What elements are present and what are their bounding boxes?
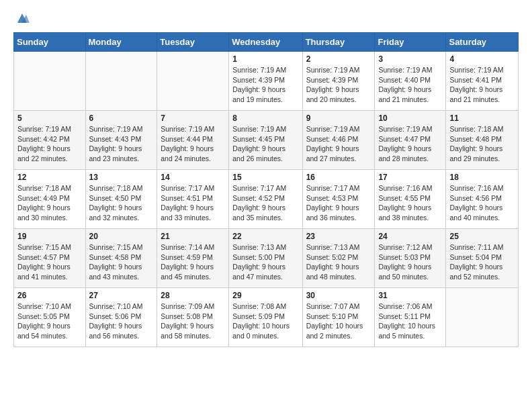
calendar-cell xyxy=(14,52,86,111)
logo-icon xyxy=(15,11,30,26)
day-info: Sunrise: 7:19 AM Sunset: 4:44 PM Dayligh… xyxy=(161,124,225,164)
weekday-header-saturday: Saturday xyxy=(446,33,519,52)
day-info: Sunrise: 7:18 AM Sunset: 4:48 PM Dayligh… xyxy=(449,124,515,164)
calendar-cell: 17Sunrise: 7:16 AM Sunset: 4:55 PM Dayli… xyxy=(375,170,446,229)
day-number: 8 xyxy=(232,113,298,123)
day-info: Sunrise: 7:19 AM Sunset: 4:39 PM Dayligh… xyxy=(306,65,371,105)
day-number: 6 xyxy=(89,113,154,123)
calendar-cell xyxy=(157,52,229,111)
day-number: 11 xyxy=(449,113,515,123)
day-info: Sunrise: 7:06 AM Sunset: 5:11 PM Dayligh… xyxy=(378,302,442,341)
day-info: Sunrise: 7:11 AM Sunset: 5:04 PM Dayligh… xyxy=(449,242,515,282)
calendar-cell: 14Sunrise: 7:17 AM Sunset: 4:51 PM Dayli… xyxy=(157,170,229,229)
day-info: Sunrise: 7:08 AM Sunset: 5:09 PM Dayligh… xyxy=(232,302,298,341)
calendar-week-row: 5Sunrise: 7:19 AM Sunset: 4:42 PM Daylig… xyxy=(14,111,519,170)
day-info: Sunrise: 7:17 AM Sunset: 4:53 PM Dayligh… xyxy=(306,183,371,223)
day-info: Sunrise: 7:19 AM Sunset: 4:40 PM Dayligh… xyxy=(378,65,442,105)
day-number: 23 xyxy=(306,232,371,241)
calendar-cell: 10Sunrise: 7:19 AM Sunset: 4:47 PM Dayli… xyxy=(375,111,446,170)
calendar-cell: 6Sunrise: 7:19 AM Sunset: 4:43 PM Daylig… xyxy=(85,111,157,170)
day-number: 2 xyxy=(306,54,371,64)
day-info: Sunrise: 7:10 AM Sunset: 5:06 PM Dayligh… xyxy=(89,302,154,341)
calendar-cell: 3Sunrise: 7:19 AM Sunset: 4:40 PM Daylig… xyxy=(375,52,446,111)
calendar-cell xyxy=(85,52,157,111)
weekday-header-wednesday: Wednesday xyxy=(229,33,302,52)
day-info: Sunrise: 7:15 AM Sunset: 4:58 PM Dayligh… xyxy=(89,242,154,282)
day-info: Sunrise: 7:16 AM Sunset: 4:55 PM Dayligh… xyxy=(378,183,442,223)
calendar-cell: 11Sunrise: 7:18 AM Sunset: 4:48 PM Dayli… xyxy=(446,111,519,170)
day-info: Sunrise: 7:12 AM Sunset: 5:03 PM Dayligh… xyxy=(378,242,442,282)
day-number: 25 xyxy=(449,232,515,241)
calendar-week-row: 26Sunrise: 7:10 AM Sunset: 5:05 PM Dayli… xyxy=(14,288,519,347)
day-info: Sunrise: 7:18 AM Sunset: 4:49 PM Dayligh… xyxy=(17,183,82,223)
day-info: Sunrise: 7:13 AM Sunset: 5:00 PM Dayligh… xyxy=(232,242,298,282)
day-number: 12 xyxy=(17,173,82,182)
calendar-cell: 15Sunrise: 7:17 AM Sunset: 4:52 PM Dayli… xyxy=(229,170,302,229)
day-number: 13 xyxy=(89,173,154,182)
calendar-cell: 13Sunrise: 7:18 AM Sunset: 4:50 PM Dayli… xyxy=(85,170,157,229)
day-number: 22 xyxy=(232,232,298,241)
calendar-cell: 28Sunrise: 7:09 AM Sunset: 5:08 PM Dayli… xyxy=(157,288,229,347)
day-info: Sunrise: 7:17 AM Sunset: 4:51 PM Dayligh… xyxy=(161,183,225,223)
day-info: Sunrise: 7:09 AM Sunset: 5:08 PM Dayligh… xyxy=(161,302,225,341)
calendar-cell: 12Sunrise: 7:18 AM Sunset: 4:49 PM Dayli… xyxy=(14,170,86,229)
calendar-cell: 1Sunrise: 7:19 AM Sunset: 4:39 PM Daylig… xyxy=(229,52,302,111)
day-info: Sunrise: 7:10 AM Sunset: 5:05 PM Dayligh… xyxy=(17,302,82,341)
day-info: Sunrise: 7:18 AM Sunset: 4:50 PM Dayligh… xyxy=(89,183,154,223)
calendar-cell: 21Sunrise: 7:14 AM Sunset: 4:59 PM Dayli… xyxy=(157,229,229,288)
day-info: Sunrise: 7:19 AM Sunset: 4:43 PM Dayligh… xyxy=(89,124,154,164)
day-info: Sunrise: 7:19 AM Sunset: 4:46 PM Dayligh… xyxy=(306,124,371,164)
day-number: 10 xyxy=(378,113,442,123)
day-info: Sunrise: 7:07 AM Sunset: 5:10 PM Dayligh… xyxy=(306,302,371,341)
calendar-cell: 27Sunrise: 7:10 AM Sunset: 5:06 PM Dayli… xyxy=(85,288,157,347)
calendar-cell: 26Sunrise: 7:10 AM Sunset: 5:05 PM Dayli… xyxy=(14,288,86,347)
day-info: Sunrise: 7:14 AM Sunset: 4:59 PM Dayligh… xyxy=(161,242,225,282)
weekday-header-monday: Monday xyxy=(85,33,157,52)
day-number: 3 xyxy=(378,54,442,64)
calendar-cell: 5Sunrise: 7:19 AM Sunset: 4:42 PM Daylig… xyxy=(14,111,86,170)
weekday-header-friday: Friday xyxy=(375,33,446,52)
weekday-header-sunday: Sunday xyxy=(14,33,86,52)
calendar-cell: 7Sunrise: 7:19 AM Sunset: 4:44 PM Daylig… xyxy=(157,111,229,170)
calendar-week-row: 1Sunrise: 7:19 AM Sunset: 4:39 PM Daylig… xyxy=(14,52,519,111)
calendar-cell: 8Sunrise: 7:19 AM Sunset: 4:45 PM Daylig… xyxy=(229,111,302,170)
day-number: 19 xyxy=(17,232,82,241)
calendar-cell: 22Sunrise: 7:13 AM Sunset: 5:00 PM Dayli… xyxy=(229,229,302,288)
day-number: 27 xyxy=(89,291,154,300)
calendar-week-row: 19Sunrise: 7:15 AM Sunset: 4:57 PM Dayli… xyxy=(14,229,519,288)
calendar-week-row: 12Sunrise: 7:18 AM Sunset: 4:49 PM Dayli… xyxy=(14,170,519,229)
weekday-header-tuesday: Tuesday xyxy=(157,33,229,52)
day-number: 9 xyxy=(306,113,371,123)
weekday-header-row: SundayMondayTuesdayWednesdayThursdayFrid… xyxy=(14,33,519,52)
day-info: Sunrise: 7:19 AM Sunset: 4:47 PM Dayligh… xyxy=(378,124,442,164)
calendar-cell: 18Sunrise: 7:16 AM Sunset: 4:56 PM Dayli… xyxy=(446,170,519,229)
weekday-header-thursday: Thursday xyxy=(302,33,375,52)
calendar-table: SundayMondayTuesdayWednesdayThursdayFrid… xyxy=(13,32,519,347)
day-number: 24 xyxy=(378,232,442,241)
day-number: 29 xyxy=(232,291,298,300)
day-number: 28 xyxy=(161,291,225,300)
day-number: 7 xyxy=(161,113,225,123)
day-info: Sunrise: 7:17 AM Sunset: 4:52 PM Dayligh… xyxy=(232,183,298,223)
day-number: 20 xyxy=(89,232,154,241)
day-number: 16 xyxy=(306,173,371,182)
calendar-cell: 23Sunrise: 7:13 AM Sunset: 5:02 PM Dayli… xyxy=(302,229,375,288)
calendar-cell: 31Sunrise: 7:06 AM Sunset: 5:11 PM Dayli… xyxy=(375,288,446,347)
day-number: 18 xyxy=(449,173,515,182)
day-info: Sunrise: 7:19 AM Sunset: 4:41 PM Dayligh… xyxy=(449,65,515,105)
day-number: 15 xyxy=(232,173,298,182)
day-info: Sunrise: 7:19 AM Sunset: 4:42 PM Dayligh… xyxy=(17,124,82,164)
calendar-cell: 16Sunrise: 7:17 AM Sunset: 4:53 PM Dayli… xyxy=(302,170,375,229)
calendar-cell: 4Sunrise: 7:19 AM Sunset: 4:41 PM Daylig… xyxy=(446,52,519,111)
day-info: Sunrise: 7:16 AM Sunset: 4:56 PM Dayligh… xyxy=(449,183,515,223)
calendar-cell: 29Sunrise: 7:08 AM Sunset: 5:09 PM Dayli… xyxy=(229,288,302,347)
day-number: 21 xyxy=(161,232,225,241)
page: SundayMondayTuesdayWednesdayThursdayFrid… xyxy=(0,0,532,358)
day-number: 5 xyxy=(17,113,82,123)
calendar-cell: 9Sunrise: 7:19 AM Sunset: 4:46 PM Daylig… xyxy=(302,111,375,170)
calendar-cell: 19Sunrise: 7:15 AM Sunset: 4:57 PM Dayli… xyxy=(14,229,86,288)
calendar-cell: 30Sunrise: 7:07 AM Sunset: 5:10 PM Dayli… xyxy=(302,288,375,347)
day-number: 26 xyxy=(17,291,82,300)
calendar-cell xyxy=(446,288,519,347)
day-number: 4 xyxy=(449,54,515,64)
